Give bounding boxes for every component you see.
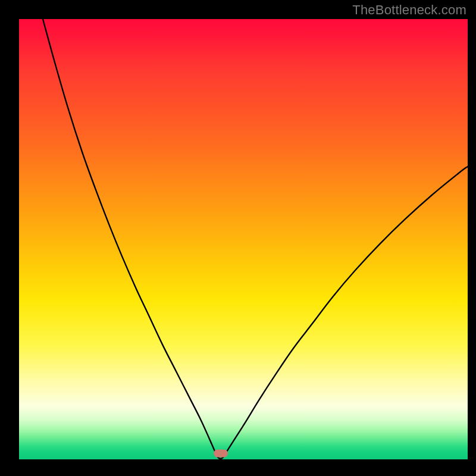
bottleneck-curve	[19, 19, 468, 459]
watermark-text: TheBottleneck.com	[352, 2, 466, 18]
chart-frame: TheBottleneck.com	[0, 0, 476, 476]
minimum-marker-pill	[214, 450, 228, 458]
plot-area	[19, 19, 468, 459]
